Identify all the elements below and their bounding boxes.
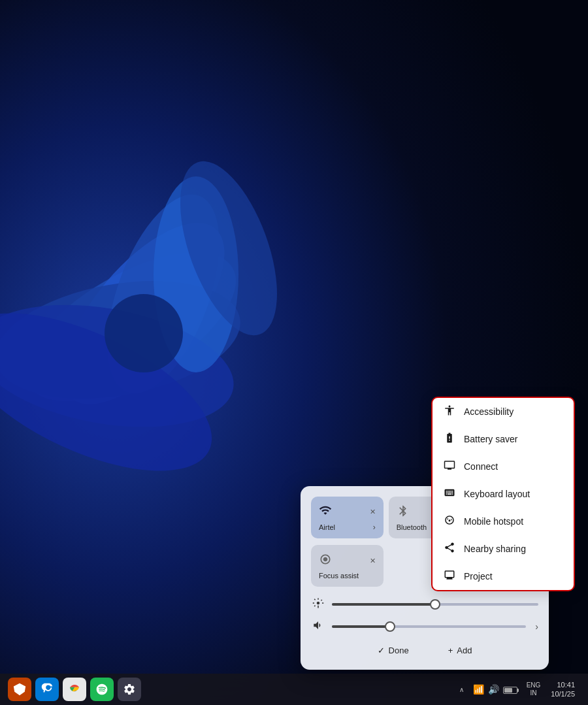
- qs-tile-focus[interactable]: ✕ Focus assist: [311, 545, 384, 587]
- dropdown-item-project[interactable]: Project: [433, 563, 574, 590]
- battery-saver-icon: [443, 432, 456, 446]
- svg-point-9: [105, 294, 183, 372]
- add-icon: +: [448, 646, 453, 655]
- project-label: Project: [464, 571, 493, 582]
- mobile-hotspot-label: Mobile hotspot: [464, 516, 523, 527]
- volume-slider[interactable]: [332, 625, 526, 628]
- volume-icon: [311, 619, 325, 634]
- brightness-slider-row: [311, 597, 538, 612]
- mobile-hotspot-icon: [443, 514, 456, 529]
- taskbar-app-brave[interactable]: [8, 678, 31, 701]
- dropdown-item-nearby-sharing[interactable]: Nearby sharing: [433, 535, 574, 563]
- brightness-thumb[interactable]: [430, 599, 440, 610]
- add-button[interactable]: + Add: [442, 642, 479, 659]
- volume-thumb[interactable]: [385, 621, 395, 632]
- dropdown-item-keyboard-layout[interactable]: Keyboard layout: [433, 480, 574, 508]
- tray-time[interactable]: 10:41 10/1/25: [546, 679, 580, 700]
- connect-label: Connect: [464, 461, 498, 472]
- dropdown-item-accessibility[interactable]: Accessibility: [433, 398, 574, 425]
- taskbar-app-chrome[interactable]: [63, 678, 86, 701]
- tray-chevron[interactable]: ∧: [457, 683, 466, 696]
- dropdown-item-connect[interactable]: Connect: [433, 453, 574, 480]
- focus-label: Focus assist: [319, 572, 376, 580]
- wifi-expand-arrow[interactable]: ›: [373, 523, 376, 532]
- taskbar-app-settings[interactable]: [118, 678, 141, 701]
- taskbar-right: ∧ 📶 🔊 ENG IN 10:41 10/1/25: [457, 679, 580, 700]
- accessibility-icon: [443, 404, 456, 419]
- dropdown-item-battery-saver[interactable]: Battery saver: [433, 425, 574, 453]
- taskbar: ∧ 📶 🔊 ENG IN 10:41 10/1/25: [0, 674, 588, 705]
- wifi-label: Airtel: [319, 523, 335, 531]
- focus-pin[interactable]: ✕: [370, 557, 376, 565]
- focus-icon: [319, 553, 332, 569]
- add-label: Add: [457, 646, 472, 655]
- tray-icons: 📶 🔊: [469, 684, 521, 695]
- nearby-sharing-icon: [443, 542, 456, 556]
- volume-tray-icon[interactable]: 🔊: [488, 684, 499, 695]
- brightness-icon: [311, 597, 325, 612]
- taskbar-app-edge[interactable]: [35, 678, 59, 701]
- done-icon: ✓: [378, 646, 385, 655]
- nearby-sharing-label: Nearby sharing: [464, 544, 526, 554]
- wifi-pin[interactable]: ✕: [370, 508, 376, 516]
- qs-tile-wifi[interactable]: ✕ Airtel ›: [311, 497, 384, 538]
- taskbar-apps: [8, 678, 457, 701]
- project-icon: [443, 569, 456, 583]
- battery-tray-icon[interactable]: [503, 684, 517, 695]
- wifi-tray-icon[interactable]: 📶: [473, 684, 484, 695]
- accessibility-label: Accessibility: [464, 406, 514, 417]
- brightness-slider[interactable]: [332, 603, 538, 606]
- done-label: Done: [389, 646, 409, 655]
- tray-language[interactable]: ENG IN: [524, 680, 544, 698]
- done-button[interactable]: ✓ Done: [371, 642, 416, 659]
- keyboard-layout-label: Keyboard layout: [464, 489, 530, 499]
- quick-settings-dropdown: Accessibility Battery saver Connect Keyb…: [431, 397, 575, 591]
- qs-bottom-row: ✓ Done + Add: [311, 642, 538, 659]
- taskbar-app-spotify[interactable]: [90, 678, 114, 701]
- battery-saver-label: Battery saver: [464, 434, 517, 444]
- connect-icon: [443, 459, 456, 474]
- volume-slider-row: ›: [311, 619, 538, 634]
- keyboard-layout-icon: [443, 487, 456, 501]
- bluetooth-icon: [397, 504, 410, 521]
- wifi-icon: [319, 504, 332, 520]
- dropdown-item-mobile-hotspot[interactable]: Mobile hotspot: [433, 508, 574, 535]
- volume-expand[interactable]: ›: [535, 621, 538, 632]
